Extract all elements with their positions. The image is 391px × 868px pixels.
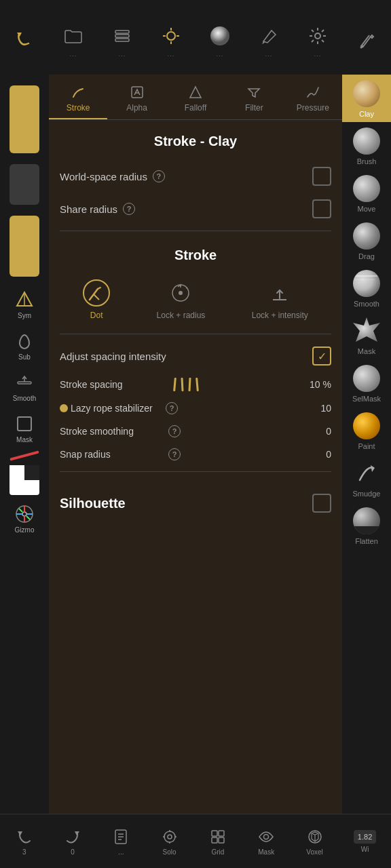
top-tool-folder-dots: ... — [70, 51, 77, 58]
stroke-color-indicator[interactable] — [10, 450, 39, 460]
left-tool-gizmo[interactable]: Gizmo — [14, 500, 35, 536]
svg-point-39 — [164, 831, 175, 842]
right-tool-drag[interactable]: Drag — [342, 217, 391, 264]
svg-point-40 — [168, 835, 172, 839]
svg-rect-3 — [115, 39, 129, 41]
divider-2 — [60, 334, 331, 334]
bottom-tool-mask[interactable]: Mask — [257, 827, 276, 856]
share-radius-help[interactable]: ? — [123, 203, 135, 215]
version-badge: 1.82 — [354, 830, 376, 844]
tab-stroke-label: Stroke — [67, 103, 90, 113]
tab-alpha[interactable]: Alpha — [107, 80, 166, 119]
svg-rect-46 — [219, 831, 224, 836]
smooth-icon — [352, 269, 381, 298]
left-tool-smooth[interactable]: Smooth — [13, 369, 36, 405]
world-space-radius-checkbox[interactable] — [312, 167, 331, 186]
svg-rect-15 — [18, 417, 31, 431]
panel-content: Stroke - Clay World-space radius ? Share… — [49, 120, 342, 856]
bottom-tool-redo[interactable]: 0 — [63, 827, 82, 856]
snap-radius-help[interactable]: ? — [168, 448, 181, 460]
silhouette-row: Silhouette — [60, 477, 331, 529]
svg-point-4 — [167, 32, 175, 40]
svg-line-31 — [187, 288, 188, 289]
bottom-grid-label: Grid — [211, 848, 224, 856]
world-space-radius-help[interactable]: ? — [153, 170, 165, 182]
right-tool-selmask-label: SelMask — [352, 395, 381, 403]
stroke-spacing-row: Stroke spacing 10 % — [60, 372, 331, 397]
selmask-icon — [352, 363, 381, 393]
right-tool-smooth[interactable]: Smooth — [342, 264, 391, 312]
lazy-rope-row: Lazy rope stabilizer ? 10 — [60, 397, 331, 420]
silhouette-label: Silhouette — [60, 496, 126, 511]
voxel-icon — [305, 827, 324, 846]
top-tool-wrench[interactable] — [354, 28, 379, 53]
svg-point-10 — [315, 33, 320, 39]
bottom-redo-count: 0 — [71, 848, 75, 856]
left-tool-sym[interactable]: Sym — [14, 286, 35, 322]
tab-pressure[interactable]: Pressure — [284, 80, 342, 119]
left-tool-sub[interactable]: Sub — [14, 328, 35, 363]
tab-alpha-label: Alpha — [126, 103, 147, 113]
right-tool-move[interactable]: Move — [342, 170, 391, 217]
top-tool-light[interactable]: ... — [159, 24, 183, 58]
color-swatch-tertiary[interactable] — [10, 216, 39, 277]
right-tool-brush[interactable]: Brush — [342, 122, 391, 170]
top-tool-settings[interactable]: ... — [305, 24, 330, 58]
right-tool-paint[interactable]: Paint — [342, 407, 391, 454]
stroke-type-lock-intensity[interactable]: Lock + intensity — [252, 279, 308, 320]
lazy-rope-value: 10 — [304, 403, 331, 414]
lazy-rope-label: Lazy rope stabilizer — [71, 403, 166, 414]
bottom-tool-undo[interactable]: 3 — [15, 827, 34, 856]
svg-marker-0 — [17, 33, 22, 37]
stroke-subsection-title: Stroke — [60, 237, 331, 271]
paint-icon — [352, 411, 381, 441]
stroke-spacing-label: Stroke spacing — [60, 379, 168, 390]
right-tool-smudge[interactable]: Smudge — [342, 454, 391, 502]
right-tool-move-label: Move — [358, 205, 376, 213]
right-tool-mask[interactable]: Mask — [342, 312, 391, 359]
right-tool-smudge-label: Smudge — [353, 490, 381, 498]
top-tool-folder[interactable]: ... — [61, 24, 86, 58]
bottom-wi-label: Wi — [361, 846, 369, 853]
lazy-rope-dot — [60, 404, 68, 412]
stroke-smoothing-label: Stroke smoothing — [60, 426, 168, 437]
left-tool-mask-label: Mask — [16, 436, 33, 443]
tab-stroke[interactable]: Stroke — [49, 80, 107, 119]
bottom-tool-version[interactable]: 1.82 Wi — [354, 830, 376, 853]
canvas-preview[interactable] — [10, 465, 39, 495]
top-tool-layers[interactable]: ... — [110, 24, 134, 58]
smudge-icon — [352, 458, 381, 488]
bottom-tool-grid[interactable]: Grid — [208, 827, 227, 856]
silhouette-checkbox[interactable] — [312, 494, 331, 513]
bottom-tool-doc[interactable]: ... — [111, 827, 130, 856]
bottom-toolbar: 3 0 ... — [0, 814, 391, 868]
tab-filter[interactable]: Filter — [225, 80, 283, 119]
color-swatch-primary[interactable] — [10, 85, 39, 153]
top-tool-sphere[interactable]: ... — [208, 24, 232, 58]
stroke-type-dot[interactable]: Dot — [83, 279, 110, 320]
center-panel: Stroke Alpha Falloff — [49, 75, 342, 861]
solo-icon — [160, 827, 179, 846]
bottom-tool-voxel[interactable]: Voxel — [305, 827, 324, 856]
color-swatch-secondary[interactable] — [10, 164, 39, 205]
svg-point-29 — [179, 291, 183, 295]
eye-icon — [257, 827, 276, 846]
stroke-smoothing-help[interactable]: ? — [168, 425, 181, 437]
right-tool-flatten[interactable]: Flatten — [342, 502, 391, 549]
tab-falloff[interactable]: Falloff — [166, 80, 225, 119]
doc-icon — [111, 827, 130, 846]
top-tool-pencil[interactable]: ... — [257, 24, 281, 58]
right-tool-selmask[interactable]: SelMask — [342, 359, 391, 407]
left-tool-mask[interactable]: Mask — [14, 410, 35, 446]
bottom-doc-dots: ... — [118, 848, 124, 856]
share-radius-checkbox[interactable] — [312, 199, 331, 218]
bottom-tool-solo[interactable]: Solo — [160, 827, 179, 856]
tab-pressure-label: Pressure — [297, 103, 329, 113]
adjust-spacing-checkbox[interactable] — [312, 347, 331, 366]
top-tool-undo[interactable] — [12, 27, 37, 54]
lazy-rope-help[interactable]: ? — [166, 402, 178, 414]
world-space-radius-label: World-space radius — [60, 171, 147, 182]
svg-rect-47 — [212, 837, 217, 843]
stroke-type-lock-radius[interactable]: Lock + radius — [157, 279, 206, 320]
right-tool-clay[interactable]: Clay — [342, 75, 391, 122]
